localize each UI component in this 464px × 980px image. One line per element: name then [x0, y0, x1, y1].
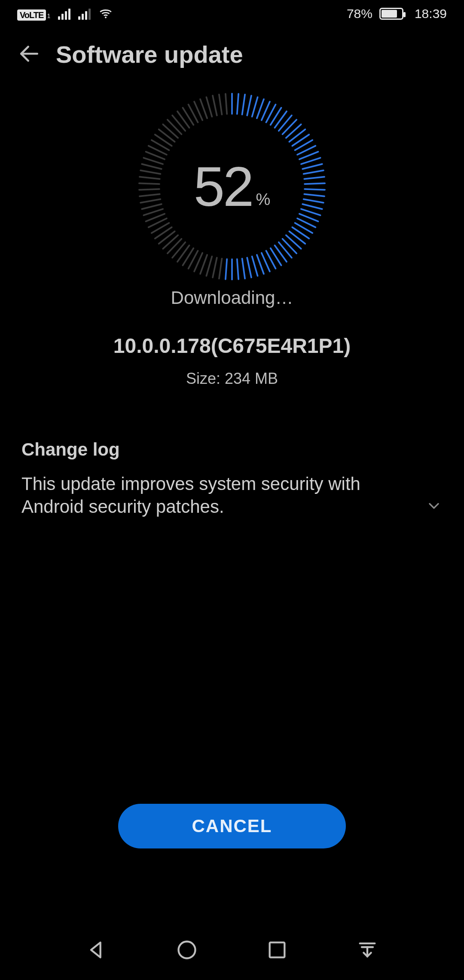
progress-ring: 52 %: [131, 86, 333, 288]
svg-line-42: [257, 255, 264, 274]
svg-line-49: [219, 259, 222, 279]
svg-line-90: [219, 95, 222, 115]
svg-line-23: [304, 177, 324, 179]
svg-line-69: [139, 189, 159, 190]
svg-line-74: [143, 158, 163, 164]
page-title: Software update: [56, 40, 243, 68]
cancel-button[interactable]: CANCEL: [118, 804, 346, 848]
volte-badge: VoLTE1: [17, 6, 50, 21]
changelog-section: Change log This update improves system s…: [0, 439, 464, 518]
arrow-left-icon: [17, 42, 41, 66]
svg-line-79: [159, 129, 175, 142]
svg-line-7: [257, 99, 264, 118]
svg-line-44: [247, 258, 251, 278]
svg-line-36: [283, 239, 297, 254]
svg-line-14: [286, 124, 301, 138]
svg-line-15: [289, 129, 305, 142]
svg-rect-94: [270, 943, 285, 958]
status-left: VoLTE1: [17, 6, 113, 21]
wifi-icon: [98, 6, 113, 21]
svg-line-35: [286, 235, 301, 248]
svg-line-48: [226, 259, 227, 279]
svg-line-89: [213, 96, 217, 116]
svg-line-5: [247, 96, 251, 116]
svg-line-91: [226, 94, 227, 114]
download-status-text: Downloading…: [171, 288, 293, 308]
svg-line-24: [305, 183, 325, 184]
battery-icon: [377, 8, 403, 20]
svg-line-58: [168, 239, 182, 254]
square-recent-icon: [266, 939, 288, 961]
svg-point-93: [179, 942, 195, 959]
svg-line-57: [172, 242, 185, 258]
svg-line-25: [305, 189, 325, 190]
clock-text: 18:39: [415, 6, 447, 21]
svg-line-52: [200, 255, 207, 274]
svg-line-71: [140, 177, 160, 179]
svg-line-50: [213, 258, 217, 278]
svg-line-45: [242, 259, 245, 279]
svg-line-4: [242, 95, 245, 115]
svg-line-60: [159, 231, 175, 244]
svg-line-26: [304, 194, 324, 196]
nav-notification-button[interactable]: [356, 939, 379, 961]
svg-line-70: [139, 183, 159, 184]
back-button[interactable]: [17, 42, 41, 67]
svg-line-82: [172, 115, 185, 131]
svg-line-29: [301, 209, 321, 215]
svg-line-21: [302, 164, 322, 169]
svg-line-22: [304, 170, 324, 174]
changelog-expand[interactable]: This update improves system security wit…: [21, 473, 443, 518]
svg-line-12: [279, 115, 292, 131]
svg-line-81: [168, 119, 182, 134]
svg-line-27: [304, 199, 324, 202]
status-bar: VoLTE1 78% 18:39: [0, 0, 464, 28]
svg-marker-92: [91, 943, 101, 958]
svg-line-28: [302, 204, 322, 209]
svg-line-13: [283, 119, 297, 134]
svg-line-37: [279, 242, 292, 258]
signal-sim2-icon: [78, 8, 91, 20]
svg-line-43: [252, 257, 258, 276]
svg-line-80: [163, 124, 178, 138]
nav-back-button[interactable]: [85, 939, 108, 961]
triangle-back-icon: [85, 939, 108, 961]
svg-line-46: [237, 259, 238, 279]
app-header: Software update: [0, 28, 464, 77]
svg-line-59: [163, 235, 178, 248]
svg-line-67: [140, 199, 160, 202]
changelog-body: This update improves system security wit…: [21, 473, 417, 518]
svg-line-65: [143, 209, 163, 215]
svg-line-66: [142, 204, 162, 209]
svg-line-3: [237, 94, 238, 114]
version-number: 10.0.0.178(C675E4R1P1): [0, 334, 464, 358]
svg-line-6: [252, 97, 258, 116]
nav-recent-button[interactable]: [266, 939, 288, 961]
signal-sim1-icon: [58, 8, 70, 20]
nav-home-button[interactable]: [176, 939, 198, 961]
status-right: 78% 18:39: [347, 6, 447, 21]
svg-line-88: [206, 97, 212, 116]
changelog-title: Change log: [21, 439, 443, 460]
svg-line-68: [140, 194, 160, 196]
download-progress-section: 52 % Downloading…: [0, 86, 464, 308]
svg-line-34: [289, 231, 305, 244]
version-info: 10.0.0.178(C675E4R1P1) Size: 234 MB: [0, 334, 464, 388]
system-nav-bar: [0, 920, 464, 980]
update-size: Size: 234 MB: [0, 370, 464, 388]
svg-line-20: [301, 158, 321, 164]
svg-line-87: [200, 99, 207, 118]
svg-line-51: [206, 257, 212, 276]
svg-line-73: [142, 164, 162, 169]
battery-percent-text: 78%: [347, 6, 372, 21]
chevron-down-icon: [425, 497, 443, 514]
svg-line-72: [140, 170, 160, 174]
svg-point-0: [105, 17, 107, 18]
circle-home-icon: [176, 939, 198, 961]
notification-drawer-icon: [356, 939, 379, 961]
